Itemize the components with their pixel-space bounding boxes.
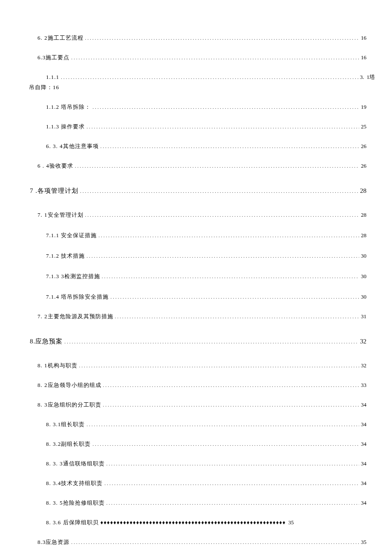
- page: 6. 2施工工艺流程 16 6.3施工要点 16 1.1.1 3. 1塔 吊自降…: [0, 0, 392, 555]
- toc-entry-8: 8.应急预案 32: [30, 337, 366, 346]
- toc-entry-8-3-2: 8. 3.2副组长职责 34: [46, 440, 366, 448]
- toc-entry-8-3-1: 8. 3.1组长职责 34: [46, 421, 366, 428]
- toc-leader: [80, 187, 358, 195]
- toc-leader: [92, 104, 359, 110]
- toc-page: 30: [361, 253, 366, 259]
- toc-page: 31: [361, 313, 366, 320]
- toc-label: 7.1.1 安全保证措施: [46, 232, 97, 239]
- toc-leader: [61, 74, 358, 81]
- toc-page: 16: [361, 54, 366, 61]
- toc-leader: [104, 480, 359, 487]
- toc-entry-1-1-1-continued: 吊自降：16: [29, 84, 366, 91]
- toc-leader: [64, 338, 358, 345]
- toc-label: 8. 3.6 后保障组职贝: [46, 519, 99, 526]
- toc-leader: [86, 253, 359, 259]
- toc-label: 8. 3.4技术支持组职责: [46, 479, 103, 487]
- toc-page: 28: [361, 212, 366, 218]
- toc-entry-7-1-3: 7.1.3 3检测监控措施 30: [46, 273, 366, 280]
- toc-label: 7 .各项管理计划: [30, 187, 78, 195]
- toc-label: 7. 1安全管理计划: [37, 211, 84, 219]
- toc-label: 8. 2应急领导小组的组成: [37, 381, 101, 389]
- toc-label: 6. 3. 4其他注意事项: [46, 142, 99, 150]
- toc-leader: [98, 232, 359, 239]
- toc-page: 3.: [360, 74, 364, 81]
- toc-leader: [86, 421, 359, 428]
- toc-entry-6-3-4: 6. 3. 4其他注意事项 26: [46, 142, 366, 150]
- toc-leader: [86, 123, 359, 130]
- toc-label: 8. 3. 3通信联络组职责: [46, 460, 105, 468]
- toc-page: 30: [361, 293, 366, 300]
- toc-entry-8-3-6: 8. 3.6 后保障组职贝 ♦♦♦♦♦♦♦♦♦♦♦♦♦♦♦♦♦♦♦♦♦♦♦♦♦♦…: [46, 519, 366, 526]
- toc-label: 1.1.3 操作要求: [46, 123, 85, 131]
- toc-leader: [92, 441, 359, 447]
- toc-page: 26: [361, 143, 366, 150]
- toc-page: 30: [361, 273, 366, 280]
- toc-page: 32: [361, 362, 366, 369]
- toc-label: 1.1.2 塔吊拆除：: [46, 103, 91, 111]
- toc-entry-6-4: 6 . 4验收要求 26: [37, 162, 366, 170]
- toc-entry-8-3b: 8.3应急资源 35: [37, 538, 366, 546]
- toc-leader: [102, 273, 359, 280]
- toc-label: 8. 3.2副组长职责: [46, 440, 91, 448]
- toc-entry-7-1-4: 7.1.4 塔吊拆除安全措施 30: [46, 293, 366, 301]
- toc-page: 34: [361, 421, 366, 428]
- toc-entry-8-1: 8. 1机构与职责 32: [37, 362, 366, 369]
- toc-label: 7.1.4 塔吊拆除安全措施: [46, 293, 109, 301]
- toc-entry-8-3-5: 8. 3. 5抢险抢修组职责 34: [46, 499, 366, 507]
- toc-leader: [101, 143, 360, 150]
- toc-entry-6-3: 6.3施工要点 16: [37, 54, 366, 61]
- toc-entry-8-3-4: 8. 3.4技术支持组职责 34: [46, 479, 366, 487]
- toc-entry-8-2: 8. 2应急领导小组的组成 33: [37, 381, 366, 389]
- toc-entry-7-1-2: 7.1.2 技术措施 30: [46, 252, 366, 260]
- toc-page: 19: [361, 104, 366, 110]
- toc-label: 8. 3应急组织的分工职责: [37, 401, 101, 409]
- toc-label: 7.1.3 3检测监控措施: [46, 273, 100, 280]
- toc-page: 35: [288, 519, 294, 526]
- toc-leader: [71, 54, 359, 61]
- toc-page: 25: [361, 123, 366, 130]
- toc-label: 8.3应急资源: [37, 538, 69, 546]
- toc-leader-diamond: ♦♦♦♦♦♦♦♦♦♦♦♦♦♦♦♦♦♦♦♦♦♦♦♦♦♦♦♦♦♦♦♦♦♦♦♦♦♦♦♦…: [101, 519, 286, 526]
- toc-label-continued: 吊自降：16: [29, 84, 59, 90]
- toc-page: 34: [361, 460, 366, 467]
- toc-page: 28: [360, 187, 366, 195]
- toc-entry-8-3: 8. 3应急组织的分工职责 34: [37, 401, 366, 409]
- toc-leader: [79, 362, 360, 369]
- toc-entry-7-1: 7. 1安全管理计划 28: [37, 211, 366, 219]
- toc-leader: [110, 293, 359, 300]
- toc-label: 6 . 4验收要求: [37, 162, 73, 170]
- toc-entry-7-2: 7. 2主要危险源及其预防措施 31: [37, 313, 366, 320]
- toc-leader: [85, 212, 360, 218]
- toc-trail: 1塔: [367, 73, 375, 81]
- toc-leader: [107, 500, 360, 506]
- toc-label: 8. 3. 5抢险抢修组职责: [46, 499, 105, 507]
- toc-label: 8. 1机构与职责: [37, 362, 78, 369]
- toc-leader: [107, 460, 360, 467]
- toc-label: 7.1.2 技术措施: [46, 252, 85, 260]
- toc-leader: [85, 35, 360, 41]
- toc-page: 28: [361, 232, 366, 239]
- toc-entry-8-3-3: 8. 3. 3通信联络组职责 34: [46, 460, 366, 468]
- toc-entry-7: 7 .各项管理计划 28: [30, 187, 366, 195]
- toc-page: 34: [361, 500, 366, 506]
- toc-page: 16: [361, 35, 366, 41]
- toc-label: 6. 2施工工艺流程: [37, 34, 84, 42]
- toc-entry-1-1-1: 1.1.1 3. 1塔: [46, 73, 375, 81]
- toc-leader: [115, 313, 360, 320]
- toc-label: 8.应急预案: [30, 337, 63, 346]
- toc-entry-1-1-2: 1.1.2 塔吊拆除： 19: [46, 103, 366, 111]
- toc-leader: [103, 401, 360, 408]
- toc-entry-1-1-3: 1.1.3 操作要求 25: [46, 123, 366, 131]
- toc-leader: [103, 382, 360, 389]
- toc-page: 35: [361, 539, 366, 546]
- toc-label: 8. 3.1组长职责: [46, 421, 85, 428]
- toc-page: 34: [361, 441, 366, 447]
- toc-entry-6-2: 6. 2施工工艺流程 16: [37, 34, 366, 42]
- toc-label: 6.3施工要点: [37, 54, 69, 61]
- toc-label: 7. 2主要危险源及其预防措施: [37, 313, 113, 320]
- toc-page: 33: [361, 382, 366, 389]
- toc-page: 26: [361, 163, 366, 169]
- toc-page: 32: [360, 338, 366, 345]
- toc-leader: [71, 539, 359, 546]
- toc-label: 1.1.1: [46, 74, 59, 81]
